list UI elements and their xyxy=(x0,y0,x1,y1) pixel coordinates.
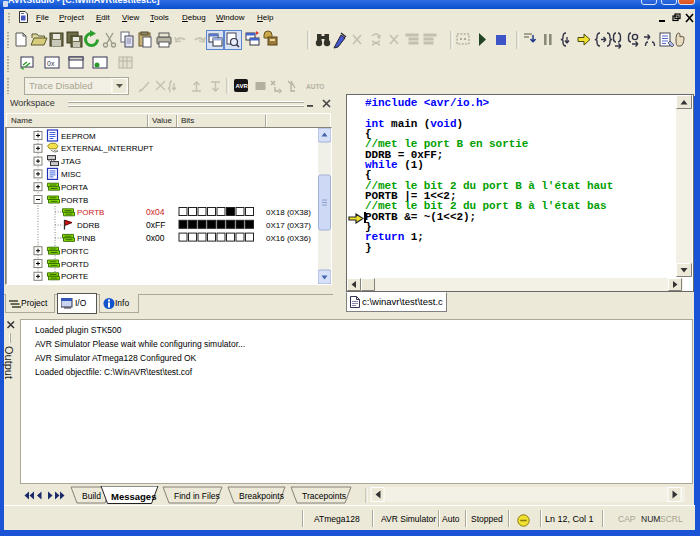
svg-text:0x04: 0x04 xyxy=(146,207,165,217)
svg-text:PINB: PINB xyxy=(77,234,96,243)
svg-text:0xFF: 0xFF xyxy=(146,220,165,230)
svg-text:AUTO: AUTO xyxy=(306,83,324,90)
svg-text:PORTE: PORTE xyxy=(61,272,88,281)
svg-text:PORTA: PORTA xyxy=(61,183,88,192)
svg-text:DDRB: DDRB xyxy=(77,221,100,230)
svg-text:0X17 (0X37): 0X17 (0X37) xyxy=(266,221,311,230)
svg-text:PORTB: PORTB xyxy=(77,208,104,217)
svg-text:0X16 (0X36): 0X16 (0X36) xyxy=(266,234,311,243)
svg-text:Messages: Messages xyxy=(111,491,156,502)
svg-text:MISC: MISC xyxy=(61,170,81,179)
svg-text:Build: Build xyxy=(82,491,101,501)
svg-text:PORTB: PORTB xyxy=(61,196,88,205)
svg-text:0x: 0x xyxy=(47,60,55,67)
svg-text:Find in Files: Find in Files xyxy=(174,491,220,501)
svg-text:JTAG: JTAG xyxy=(61,157,81,166)
svg-text:PORTC: PORTC xyxy=(61,247,89,256)
svg-text:PORTD: PORTD xyxy=(61,260,89,269)
svg-text:AVR: AVR xyxy=(236,83,249,89)
svg-text:EEPROM: EEPROM xyxy=(61,132,96,141)
svg-text:Tracepoints: Tracepoints xyxy=(302,491,346,501)
svg-text:0X18 (0X38): 0X18 (0X38) xyxy=(266,208,311,217)
svg-text:Trace Disabled: Trace Disabled xyxy=(29,80,93,91)
svg-text:Breakpoints: Breakpoints xyxy=(239,491,284,501)
svg-text:0x00: 0x00 xyxy=(146,233,165,243)
svg-text:EXTERNAL_INTERRUPT: EXTERNAL_INTERRUPT xyxy=(61,144,154,153)
